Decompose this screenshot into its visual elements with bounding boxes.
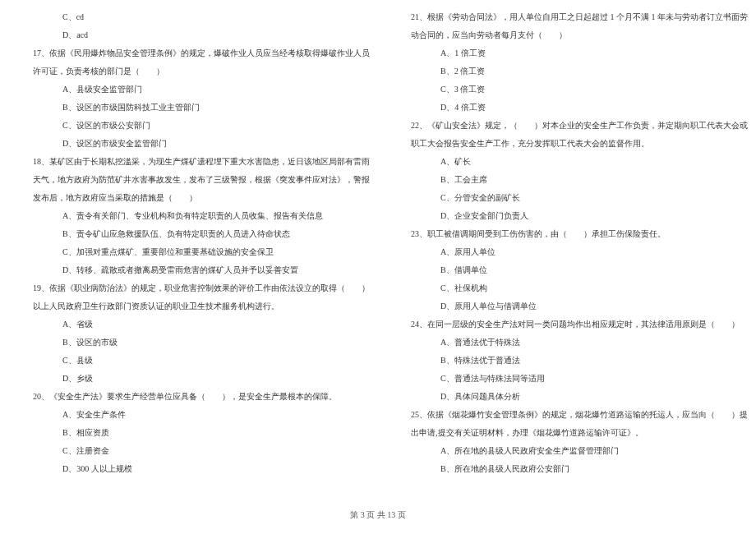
q17-opt-b: B、设区的市级国防科技工业主管部门 (33, 99, 345, 117)
q20-opt-b: B、相应资质 (33, 424, 345, 442)
q17-opt-a: A、县级安全监管部门 (33, 81, 345, 99)
q22-stem-1: 22、《矿山安全法》规定，（ ）对本企业的安全生产工作负责，并定期向职工代表大会… (411, 117, 723, 135)
q18-opt-d: D、转移、疏散或者撤离易受雷雨危害的煤矿人员并予以妥善安置 (33, 261, 345, 279)
q25-stem-2: 出申请,提交有关证明材料，办理《烟花爆竹道路运输许可证》。 (411, 424, 723, 442)
q19-opt-a: A、省级 (33, 315, 345, 334)
left-column: C、cd D、acd 17、依据《民用爆炸物品安全管理条例》的规定，爆破作业人员… (0, 0, 378, 509)
q22-opt-d: D、企业安全部门负责人 (411, 207, 723, 225)
q20-opt-d: D、300 人以上规模 (33, 460, 345, 478)
q19-stem-1: 19、依据《职业病防治法》的规定，职业危害控制效果的评价工作由依法设立的取得（ … (33, 279, 345, 297)
q21-opt-b: B、2 倍工资 (411, 62, 723, 81)
q22-opt-c: C、分管安全的副矿长 (411, 189, 723, 207)
q22-opt-b: B、工会主席 (411, 171, 723, 189)
q23-opt-d: D、原用人单位与借调单位 (411, 297, 723, 315)
q20-stem: 20、《安全生产法》要求生产经营单位应具备（ ），是安全生产最根本的保障。 (33, 388, 345, 406)
q18-stem-2: 天气，地方政府为防范矿井水害事故发生，发布了三级警报，根据《突发事件应对法》，警… (33, 171, 345, 189)
q21-opt-c: C、3 倍工资 (411, 81, 723, 99)
q17-stem-1: 17、依据《民用爆炸物品安全管理条例》的规定，爆破作业人员应当经考核取得爆破作业… (33, 44, 345, 62)
q25-stem-1: 25、依据《烟花爆竹安全管理条例》的规定，烟花爆竹道路运输的托运人，应当向（ ）… (411, 406, 723, 424)
q25-opt-a: A、所在地的县级人民政府安全生产监督管理部门 (411, 442, 723, 460)
q25-opt-b: B、所在地的县级人民政府公安部门 (411, 460, 723, 478)
q24-opt-c: C、普通法与特殊法同等适用 (411, 370, 723, 388)
q20-opt-c: C、注册资金 (33, 442, 345, 460)
q24-opt-d: D、具体问题具体分析 (411, 388, 723, 406)
right-column: 21、根据《劳动合同法》，用人单位自用工之日起超过 1 个月不满 1 年未与劳动… (378, 0, 756, 509)
q16-opt-c: C、cd (33, 8, 345, 26)
q23-opt-b: B、借调单位 (411, 261, 723, 279)
q24-opt-a: A、普通法优于特殊法 (411, 334, 723, 352)
q20-opt-a: A、安全生产条件 (33, 406, 345, 424)
q21-stem-2: 动合同的，应当向劳动者每月支付（ ） (411, 26, 723, 44)
q18-opt-b: B、责令矿山应急救援队伍、负有特定职责的人员进入待命状态 (33, 225, 345, 243)
q23-stem: 23、职工被借调期间受到工伤伤害的，由（ ）承担工伤保险责任。 (411, 225, 723, 243)
q21-stem-1: 21、根据《劳动合同法》，用人单位自用工之日起超过 1 个月不满 1 年未与劳动… (411, 8, 723, 26)
q19-stem-2: 以上人民政府卫生行政部门资质认证的职业卫生技术服务机构进行。 (33, 297, 345, 315)
q17-opt-c: C、设区的市级公安部门 (33, 117, 345, 135)
q24-stem: 24、在同一层级的安全生产法对同一类问题均作出相应规定时，其法律适用原则是（ ） (411, 315, 723, 334)
q16-opt-d: D、acd (33, 26, 345, 44)
q23-opt-a: A、原用人单位 (411, 243, 723, 261)
q18-opt-c: C、加强对重点煤矿、重要部位和重要基础设施的安全保卫 (33, 243, 345, 261)
q18-stem-1: 18、某矿区由于长期私挖滥采，为现生产煤矿遗程埋下重大水害隐患，近日该地区局部有… (33, 153, 345, 171)
q22-opt-a: A、矿长 (411, 153, 723, 171)
page-body: C、cd D、acd 17、依据《民用爆炸物品安全管理条例》的规定，爆破作业人员… (0, 0, 756, 509)
q18-opt-a: A、责令有关部门、专业机构和负有特定职责的人员收集、报告有关信息 (33, 207, 345, 225)
q21-opt-d: D、4 倍工资 (411, 99, 723, 117)
q17-opt-d: D、设区的市级安全监管部门 (33, 135, 345, 153)
q21-opt-a: A、1 倍工资 (411, 44, 723, 62)
q17-stem-2: 许可证，负责考核的部门是（ ） (33, 62, 345, 81)
q18-stem-3: 发布后，地方政府应当采取的措施是（ ） (33, 189, 345, 207)
page-footer: 第 3 页 共 13 页 (0, 509, 756, 521)
q19-opt-c: C、县级 (33, 352, 345, 370)
q23-opt-c: C、社保机构 (411, 279, 723, 297)
q22-stem-2: 职工大会报告安全生产工作，充分发挥职工代表大会的监督作用。 (411, 135, 723, 153)
q19-opt-b: B、设区的市级 (33, 334, 345, 352)
q19-opt-d: D、乡级 (33, 370, 345, 388)
q24-opt-b: B、特殊法优于普通法 (411, 352, 723, 370)
